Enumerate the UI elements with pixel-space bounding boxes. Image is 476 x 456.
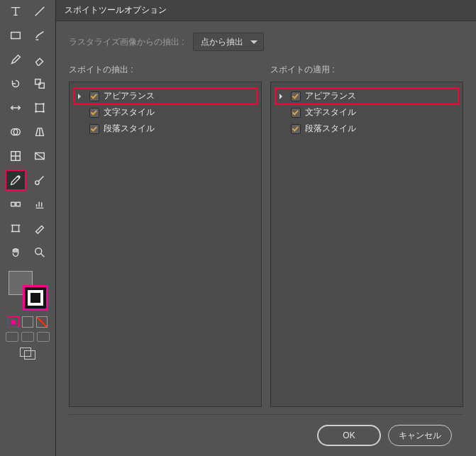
screen-mode-toggle[interactable] bbox=[20, 347, 35, 359]
rotate-icon bbox=[9, 77, 22, 90]
hand-icon bbox=[9, 246, 22, 259]
width-tool[interactable] bbox=[6, 98, 26, 118]
apply-item-appearance[interactable]: アピアランス bbox=[275, 88, 458, 104]
toolbar bbox=[0, 0, 55, 456]
svg-point-6 bbox=[35, 111, 37, 113]
blend-tool[interactable] bbox=[6, 194, 26, 214]
shaper-tool[interactable] bbox=[6, 50, 26, 69]
screen-mode-a[interactable] bbox=[6, 332, 18, 342]
raster-sample-label: ラスタライズ画像からの抽出 : bbox=[69, 36, 184, 48]
stroke-swatch[interactable] bbox=[23, 285, 48, 311]
eyedropper-icon bbox=[9, 174, 22, 187]
line-icon bbox=[33, 5, 46, 18]
apply-column-title: スポイトの適用 : bbox=[270, 64, 463, 76]
fill-stroke-swatches[interactable] bbox=[7, 269, 48, 311]
svg-point-5 bbox=[43, 103, 45, 105]
eraser-tool[interactable] bbox=[30, 50, 50, 69]
shapebuilder-icon bbox=[9, 126, 22, 138]
graph-icon bbox=[33, 198, 46, 211]
perspective-icon bbox=[33, 126, 46, 138]
svg-rect-14 bbox=[16, 202, 20, 206]
raster-sample-select[interactable]: 点から抽出 bbox=[193, 33, 264, 51]
brush-tool[interactable] bbox=[30, 26, 50, 45]
eyedropper-options-dialog: スポイトツールオプション ラスタライズ画像からの抽出 : 点から抽出 スポイトの… bbox=[55, 0, 476, 456]
gradient-icon bbox=[33, 150, 46, 162]
cancel-button[interactable]: キャンセル bbox=[388, 425, 452, 446]
measure-icon bbox=[33, 174, 46, 187]
graph-tool[interactable] bbox=[30, 194, 50, 214]
hand-tool[interactable] bbox=[6, 243, 26, 262]
blend-icon bbox=[9, 198, 22, 211]
rect-tool[interactable] bbox=[6, 26, 26, 45]
svg-rect-15 bbox=[13, 226, 19, 232]
pencil-icon bbox=[9, 53, 22, 66]
item-label: 文字スタイル bbox=[305, 106, 356, 118]
item-label: アピアランス bbox=[104, 90, 155, 102]
checkbox-appearance-apply[interactable] bbox=[291, 91, 301, 101]
sample-item-para-style[interactable]: 段落スタイル bbox=[87, 121, 257, 137]
scale-icon bbox=[33, 77, 46, 90]
screen-mode-row bbox=[6, 332, 50, 342]
brush-icon bbox=[33, 29, 46, 42]
knife-icon bbox=[33, 222, 46, 235]
color-mode-gradient[interactable] bbox=[22, 316, 33, 328]
item-label: 段落スタイル bbox=[305, 123, 356, 135]
artboard-tool[interactable] bbox=[6, 218, 26, 238]
zoom-tool[interactable] bbox=[30, 243, 50, 262]
apply-item-char-style[interactable]: 文字スタイル bbox=[288, 104, 458, 121]
screen-mode-c[interactable] bbox=[37, 332, 50, 342]
rotate-tool[interactable] bbox=[6, 74, 26, 94]
sample-column-title: スポイトの抽出 : bbox=[69, 64, 262, 76]
apply-item-para-style[interactable]: 段落スタイル bbox=[288, 121, 458, 137]
rect-icon bbox=[9, 29, 22, 42]
transform-icon bbox=[33, 101, 46, 114]
item-label: アピアランス bbox=[305, 90, 356, 102]
ok-button[interactable]: OK bbox=[317, 425, 381, 446]
shape-builder-tool[interactable] bbox=[6, 122, 26, 142]
checkbox-charstyle-apply[interactable] bbox=[291, 108, 301, 118]
svg-rect-0 bbox=[11, 33, 21, 39]
type-icon bbox=[9, 5, 22, 18]
color-mode-none[interactable] bbox=[36, 316, 48, 328]
raster-sample-value: 点から抽出 bbox=[201, 37, 243, 47]
measure-tool[interactable] bbox=[30, 170, 50, 190]
color-mode-row bbox=[8, 316, 48, 328]
item-label: 文字スタイル bbox=[104, 106, 155, 118]
text-tool[interactable] bbox=[6, 1, 26, 21]
svg-point-4 bbox=[35, 103, 37, 105]
slice-tool[interactable] bbox=[30, 218, 50, 238]
screen-mode-b[interactable] bbox=[21, 332, 34, 342]
disclosure-icon[interactable] bbox=[77, 92, 85, 101]
svg-point-7 bbox=[43, 111, 45, 113]
svg-rect-13 bbox=[11, 202, 15, 206]
zoom-icon bbox=[33, 246, 46, 259]
dialog-title: スポイトツールオプション bbox=[56, 0, 476, 21]
mesh-icon bbox=[9, 150, 22, 162]
checkbox-parastyle-sample[interactable] bbox=[89, 124, 99, 134]
apply-list: アピアランス 文字スタイル 段落スタイル bbox=[270, 82, 463, 407]
sample-item-char-style[interactable]: 文字スタイル bbox=[87, 104, 257, 121]
checkbox-charstyle-sample[interactable] bbox=[89, 108, 99, 118]
line-tool[interactable] bbox=[30, 1, 50, 21]
sample-item-appearance[interactable]: アピアランス bbox=[74, 88, 257, 104]
sample-list: アピアランス 文字スタイル 段落スタイル bbox=[69, 82, 262, 407]
artboard-icon bbox=[9, 222, 22, 235]
color-mode-solid[interactable] bbox=[8, 316, 19, 328]
eyedropper-tool[interactable] bbox=[6, 170, 26, 190]
cancel-label: キャンセル bbox=[399, 430, 441, 442]
disclosure-icon[interactable] bbox=[278, 92, 287, 101]
checkbox-appearance-sample[interactable] bbox=[89, 91, 99, 101]
scale-tool[interactable] bbox=[30, 74, 50, 94]
svg-point-16 bbox=[35, 248, 42, 255]
free-transform-tool[interactable] bbox=[30, 98, 50, 118]
perspective-tool[interactable] bbox=[30, 122, 50, 142]
eraser-icon bbox=[33, 53, 46, 66]
checkbox-parastyle-apply[interactable] bbox=[291, 124, 301, 134]
item-label: 段落スタイル bbox=[104, 123, 155, 135]
ok-label: OK bbox=[343, 430, 355, 440]
width-icon bbox=[9, 101, 22, 114]
mesh-tool[interactable] bbox=[6, 146, 26, 166]
gradient-tool[interactable] bbox=[30, 146, 50, 166]
svg-rect-3 bbox=[36, 104, 44, 112]
